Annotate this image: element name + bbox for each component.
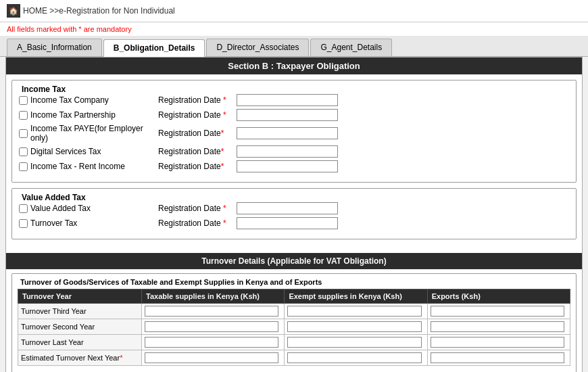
exports-second-year[interactable]: [431, 321, 564, 332]
turnover-table: Turnover Year Taxable supplies in Kenya …: [18, 289, 570, 366]
vat-label: Value Added Tax: [19, 204, 154, 213]
col-header-exports: Exports (Ksh): [427, 289, 570, 304]
exports-last-year[interactable]: [431, 337, 564, 348]
turnover-tax-reg-label: Registration Date *: [158, 218, 232, 228]
main-content: Section B : Taxpayer Obligation Income T…: [5, 57, 583, 372]
vat-date[interactable]: [237, 202, 338, 214]
exports-third-year[interactable]: [431, 306, 564, 317]
exempt-second-year[interactable]: [287, 321, 421, 332]
taxable-next-year[interactable]: [145, 352, 278, 363]
income-tax-paye-label: Income Tax PAYE(for Employer only): [19, 124, 154, 143]
income-tax-partnership-label: Income Tax Partnership: [19, 110, 154, 120]
turnover-tax-checkbox[interactable]: [19, 219, 28, 228]
section-b-header: Section B : Taxpayer Obligation: [6, 57, 582, 74]
turnover-legend: Turnover of Goods/Services of Taxable an…: [18, 278, 570, 286]
income-tax-paye-date[interactable]: [237, 127, 338, 139]
reg-date-label-4: Registration Date*: [158, 162, 232, 171]
taxable-third-year[interactable]: [145, 306, 278, 317]
turnover-details-header: Turnover Details (Applicable for VAT Obl…: [6, 253, 582, 269]
col-header-year: Turnover Year: [18, 289, 142, 304]
taxable-last-year[interactable]: [145, 337, 278, 348]
reg-date-label-0: Registration Date *: [158, 95, 232, 105]
income-tax-paye-checkbox[interactable]: [19, 129, 28, 138]
income-tax-company-label: Income Tax Company: [19, 95, 154, 105]
year-second: Turnover Second Year: [18, 319, 142, 335]
vat-row: Value Added Tax Registration Date *: [19, 202, 569, 214]
digital-services-label: Digital Services Tax: [19, 147, 154, 156]
reg-date-label-1: Registration Date *: [158, 110, 232, 120]
income-tax-rent-date[interactable]: [237, 160, 338, 172]
table-row: Turnover Second Year: [18, 319, 570, 335]
col-header-exempt: Exempt supplies in Kenya (Ksh): [285, 289, 427, 304]
mandatory-note: All fields marked with * are mandatory: [0, 22, 588, 36]
income-tax-partnership-date[interactable]: [237, 109, 338, 121]
income-tax-partnership-checkbox[interactable]: [19, 111, 28, 120]
exports-next-year[interactable]: [431, 352, 564, 363]
tab-director[interactable]: D_Director_Associates: [206, 39, 309, 56]
tab-agent[interactable]: G_Agent_Details: [310, 39, 392, 56]
section-body: Income Tax Income Tax Company Registrati…: [6, 74, 582, 250]
digital-services-row: Digital Services Tax Registration Date*: [19, 145, 569, 158]
table-row: Turnover Third Year: [18, 304, 570, 319]
turnover-tax-label: Turnover Tax: [19, 218, 154, 228]
year-third: Turnover Third Year: [18, 304, 142, 319]
income-tax-rent-checkbox[interactable]: [19, 162, 28, 171]
vat-reg-label: Registration Date *: [158, 204, 232, 213]
home-icon[interactable]: 🏠: [7, 4, 20, 18]
tabs-row: A_Basic_Information B_Obligation_Details…: [0, 36, 588, 57]
tab-basic[interactable]: A_Basic_Information: [7, 39, 102, 56]
year-next: Estimated Turnover Next Year*: [18, 350, 142, 366]
vat-checkbox[interactable]: [19, 204, 28, 213]
income-tax-legend: Income Tax: [19, 85, 569, 94]
tab-obligation[interactable]: B_Obligation_Details: [103, 39, 205, 57]
table-row: Estimated Turnover Next Year*: [18, 350, 570, 366]
turnover-fieldset: Turnover of Goods/Services of Taxable an…: [11, 273, 577, 372]
vat-legend: Value Added Tax: [19, 193, 569, 202]
income-tax-rent-label: Income Tax - Rent Income: [19, 162, 154, 171]
digital-services-date[interactable]: [237, 145, 338, 158]
turnover-tax-date[interactable]: [237, 217, 338, 229]
exempt-third-year[interactable]: [287, 306, 421, 317]
income-tax-company-checkbox[interactable]: [19, 96, 28, 105]
digital-services-checkbox[interactable]: [19, 147, 28, 156]
table-row: Turnover Last Year: [18, 335, 570, 350]
vat-group: Value Added Tax Value Added Tax Registra…: [11, 188, 577, 239]
income-tax-partnership-row: Income Tax Partnership Registration Date…: [19, 109, 569, 121]
reg-date-label-2: Registration Date*: [158, 129, 232, 138]
income-tax-company-row: Income Tax Company Registration Date *: [19, 94, 569, 106]
exempt-last-year[interactable]: [287, 337, 421, 348]
income-tax-company-date[interactable]: [237, 94, 338, 106]
taxable-second-year[interactable]: [145, 321, 278, 332]
turnover-tax-row: Turnover Tax Registration Date *: [19, 217, 569, 229]
income-tax-rent-row: Income Tax - Rent Income Registration Da…: [19, 160, 569, 172]
income-tax-group: Income Tax Income Tax Company Registrati…: [11, 80, 577, 183]
exempt-next-year[interactable]: [287, 352, 421, 363]
reg-date-label-3: Registration Date*: [158, 147, 232, 156]
year-last: Turnover Last Year: [18, 335, 142, 350]
income-tax-paye-row: Income Tax PAYE(for Employer only) Regis…: [19, 124, 569, 143]
top-bar: 🏠 HOME >>e-Registration for Non Individu…: [0, 0, 588, 22]
col-header-taxable: Taxable supplies in Kenya (Ksh): [142, 289, 285, 304]
breadcrumb: HOME >>e-Registration for Non Individual: [23, 6, 175, 16]
